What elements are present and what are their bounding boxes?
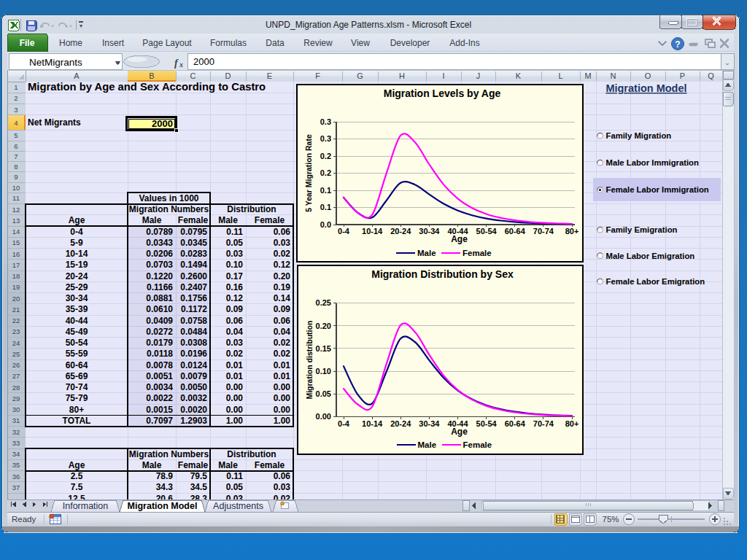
svg-text:UNPD_Migration Age Patterns.xl: UNPD_Migration Age Patterns.xlsm - Micro…	[266, 20, 471, 30]
svg-text:8: 8	[14, 163, 18, 171]
svg-text:80+: 80+	[565, 419, 579, 428]
svg-text:Migration Numbers: Migration Numbers	[129, 449, 209, 459]
svg-text:0.02: 0.02	[274, 338, 291, 348]
svg-text:0.03: 0.03	[226, 249, 244, 259]
svg-text:75-79: 75-79	[66, 393, 88, 403]
svg-text:6: 6	[14, 142, 18, 150]
svg-text:Information: Information	[63, 501, 109, 511]
svg-text:0.0015: 0.0015	[146, 405, 173, 415]
svg-text:0.02: 0.02	[274, 349, 291, 359]
svg-text:0.00: 0.00	[226, 382, 244, 392]
svg-text:5-9: 5-9	[70, 238, 83, 248]
svg-text:30-34: 30-34	[419, 227, 440, 236]
svg-text:0.20: 0.20	[316, 322, 331, 330]
svg-text:Male: Male	[418, 440, 437, 449]
svg-text:0.0078: 0.0078	[146, 360, 173, 370]
svg-text:20: 20	[12, 295, 20, 303]
svg-text:19: 19	[12, 283, 20, 291]
svg-text:37: 37	[12, 483, 20, 491]
svg-text:0.0196: 0.0196	[180, 349, 207, 359]
svg-text:10-14: 10-14	[66, 249, 88, 259]
svg-text:Data: Data	[266, 38, 285, 48]
svg-text:Female: Female	[463, 440, 492, 449]
svg-text:J: J	[476, 71, 481, 80]
svg-text:Female Labor Immigration: Female Labor Immigration	[606, 185, 709, 194]
svg-text:10-14: 10-14	[362, 419, 383, 428]
svg-text:33: 33	[12, 439, 20, 447]
svg-text:P: P	[680, 71, 685, 80]
svg-text:0.0118: 0.0118	[147, 349, 173, 359]
svg-text:0-4: 0-4	[70, 227, 83, 237]
svg-text:Add-Ins: Add-Ins	[449, 38, 479, 48]
svg-text:Migration Distribution by Sex: Migration Distribution by Sex	[371, 268, 514, 280]
svg-text:View: View	[351, 38, 370, 48]
svg-text:0.1166: 0.1166	[147, 282, 173, 292]
svg-text:20-24: 20-24	[66, 271, 88, 281]
svg-text:I: I	[442, 71, 444, 80]
svg-text:0.00: 0.00	[274, 393, 291, 403]
svg-text:Age: Age	[69, 460, 85, 470]
svg-text:Age: Age	[451, 427, 468, 437]
svg-text:21: 21	[12, 306, 20, 314]
svg-text:Home: Home	[59, 38, 82, 48]
svg-text:0.2407: 0.2407	[180, 282, 207, 292]
svg-text:Male Labor Immigration: Male Labor Immigration	[606, 158, 700, 167]
svg-text:70-74: 70-74	[533, 227, 554, 236]
svg-text:N: N	[611, 71, 616, 80]
svg-text:Age: Age	[69, 215, 85, 225]
svg-text:20-24: 20-24	[390, 227, 411, 236]
svg-text:Net Migrants: Net Migrants	[28, 117, 81, 128]
svg-text:Migration distribution: Migration distribution	[305, 321, 314, 400]
svg-text:Family Emigration: Family Emigration	[606, 225, 678, 234]
svg-text:36: 36	[12, 472, 20, 481]
svg-text:0.0758: 0.0758	[180, 316, 207, 326]
svg-text:Family Migration: Family Migration	[606, 131, 672, 140]
svg-text:55-59: 55-59	[66, 349, 88, 359]
svg-text:0.0789: 0.0789	[146, 227, 173, 237]
svg-text:Male: Male	[142, 460, 162, 470]
svg-text:1.00: 1.00	[226, 416, 244, 426]
svg-text:60-64: 60-64	[505, 227, 526, 236]
svg-text:Female: Female	[178, 215, 209, 225]
svg-text:0.2600: 0.2600	[180, 271, 207, 281]
svg-text:Male: Male	[218, 460, 238, 470]
svg-text:50-54: 50-54	[66, 338, 88, 348]
svg-text:▾: ▾	[51, 23, 54, 28]
svg-text:H: H	[399, 71, 405, 80]
svg-text:14: 14	[12, 228, 20, 236]
svg-text:Migration Numbers: Migration Numbers	[129, 204, 209, 214]
svg-text:45-49: 45-49	[66, 327, 88, 337]
svg-text:0.06: 0.06	[274, 227, 291, 237]
svg-text:Migration by Age and Sex Accor: Migration by Age and Sex According to Ca…	[28, 81, 266, 93]
svg-text:0.0022: 0.0022	[146, 393, 173, 403]
svg-text:▾: ▾	[69, 23, 72, 28]
svg-text:C: C	[190, 71, 196, 80]
svg-text:0.0345: 0.0345	[180, 238, 207, 248]
svg-text:0.05: 0.05	[226, 238, 244, 248]
svg-text:24: 24	[12, 339, 20, 347]
svg-text:0.0272: 0.0272	[146, 327, 173, 337]
svg-text:0.0484: 0.0484	[180, 327, 207, 337]
svg-text:0.11: 0.11	[226, 227, 243, 237]
svg-text:30-34: 30-34	[66, 293, 88, 303]
svg-text:0.00: 0.00	[226, 393, 244, 403]
svg-text:0.0881: 0.0881	[146, 293, 173, 303]
svg-text:Male: Male	[417, 249, 436, 257]
svg-text:27: 27	[12, 372, 20, 380]
svg-text:Male: Male	[142, 215, 162, 225]
svg-text:20-24: 20-24	[390, 419, 411, 428]
svg-text:Review: Review	[303, 38, 333, 48]
svg-text:60-64: 60-64	[66, 360, 88, 370]
svg-text:12: 12	[12, 206, 20, 214]
svg-text:0.01: 0.01	[274, 360, 291, 370]
svg-text:Female: Female	[178, 460, 209, 470]
svg-text:0.0283: 0.0283	[180, 249, 207, 259]
svg-text:0.15: 0.15	[316, 344, 331, 353]
svg-text:0.14: 0.14	[274, 293, 291, 303]
svg-text:23: 23	[12, 327, 20, 335]
svg-text:0.0020: 0.0020	[180, 405, 207, 415]
svg-text:0.0409: 0.0409	[146, 316, 173, 326]
svg-text:0.1172: 0.1172	[181, 304, 207, 314]
svg-text:0.0795: 0.0795	[180, 227, 207, 237]
svg-text:0.06: 0.06	[274, 471, 291, 481]
